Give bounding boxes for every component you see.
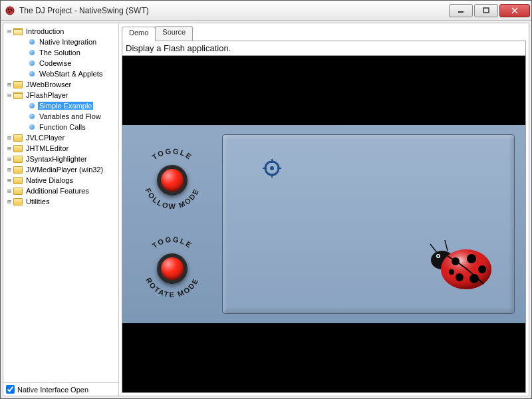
button-top-text: TOGGLE — [150, 146, 194, 161]
tree-item-label: Utilities — [25, 198, 51, 205]
tree-item[interactable]: Variables and Flow — [3, 111, 118, 122]
folder-icon — [13, 198, 23, 205]
svg-point-1 — [8, 8, 9, 9]
svg-point-25 — [456, 273, 464, 281]
letterbox-bottom — [122, 323, 525, 392]
tree-item[interactable]: Simple Example — [3, 100, 118, 111]
content-pane: ⊟IntroductionNative IntegrationThe Solut… — [3, 23, 529, 396]
svg-point-23 — [478, 265, 486, 273]
tab-source[interactable]: Source — [155, 26, 193, 41]
tree-item-label: Native Dialogs — [25, 176, 74, 184]
bullet-icon — [29, 50, 35, 55]
svg-point-18 — [438, 255, 440, 257]
tree-item[interactable]: ⊟Introduction — [3, 26, 118, 37]
bullet-icon — [29, 124, 35, 130]
expander-icon[interactable]: ⊞ — [6, 166, 13, 173]
tab-demo[interactable]: Demo — [122, 27, 156, 41]
svg-point-9 — [270, 166, 274, 170]
tree-item-label: Simple Example — [38, 102, 93, 110]
main-panel: DemoSource Display a Flash application. … — [119, 23, 529, 396]
tree-item[interactable]: ⊞Utilities — [3, 196, 118, 207]
expander-icon[interactable]: ⊞ — [6, 81, 13, 88]
tree-item[interactable]: ⊞JWMediaPlayer (win32) — [3, 164, 118, 175]
close-button[interactable] — [499, 4, 530, 17]
tree-item-label: Introduction — [25, 27, 65, 35]
titlebar: The DJ Project - NativeSwing (SWT) — [1, 1, 531, 21]
folder-icon — [13, 134, 23, 142]
folder-icon — [13, 81, 23, 88]
expander-icon[interactable]: ⊟ — [6, 92, 13, 98]
tree-item[interactable]: ⊞JVLCPlayer — [3, 132, 118, 143]
tree-item[interactable]: ⊞Native Dialogs — [3, 175, 118, 186]
expander-icon[interactable]: ⊞ — [6, 198, 13, 205]
app-window: The DJ Project - NativeSwing (SWT) ⊟Intr… — [0, 0, 532, 399]
tree-item[interactable]: WebStart & Applets — [3, 68, 118, 79]
tree-item-label: JHTMLEditor — [25, 144, 70, 152]
tree-item[interactable]: ⊟JFlashPlayer — [3, 90, 118, 100]
expander-icon[interactable]: ⊞ — [6, 156, 13, 162]
svg-point-24 — [469, 274, 479, 283]
tree-item-label: The Solution — [38, 49, 82, 57]
tree-item-label: JSyntaxHighlighter — [25, 155, 88, 163]
tree-item[interactable]: ⊞JWebBrowser — [3, 79, 118, 90]
svg-point-2 — [11, 9, 12, 10]
bullet-icon — [29, 103, 35, 108]
expander-icon[interactable]: ⊞ — [6, 188, 13, 194]
native-interface-checkbox[interactable] — [6, 385, 15, 394]
description-text: Display a Flash application. — [122, 41, 526, 56]
sidebar: ⊟IntroductionNative IntegrationThe Solut… — [3, 23, 119, 396]
native-interface-label: Native Interface Open — [17, 386, 88, 394]
control-column: TOGGLEFOLLOW MODETOGGLEROTATE MODE — [122, 125, 222, 323]
tree-item-label: JWebBrowser — [25, 80, 72, 88]
tab-bar: DemoSource — [122, 26, 526, 41]
bullet-icon — [29, 114, 35, 119]
folder-icon — [13, 177, 23, 184]
bullet-icon — [29, 71, 35, 76]
tree-item-label: Function Calls — [38, 123, 87, 131]
nav-tree[interactable]: ⊟IntroductionNative IntegrationThe Solut… — [3, 23, 118, 382]
tree-item-label: JFlashPlayer — [25, 91, 70, 99]
svg-point-26 — [449, 269, 454, 275]
svg-point-22 — [467, 254, 476, 263]
tree-item-label: JWMediaPlayer (win32) — [25, 166, 104, 174]
app-icon — [5, 5, 15, 16]
minimize-button[interactable] — [449, 4, 473, 17]
expander-icon[interactable]: ⊟ — [6, 28, 13, 35]
tree-item-label: Codewise — [38, 59, 72, 67]
status-row: Native Interface Open — [3, 382, 118, 396]
tree-item[interactable]: ⊞JSyntaxHighlighter — [3, 154, 118, 164]
expander-icon[interactable]: ⊞ — [6, 145, 13, 152]
maximize-button[interactable] — [474, 4, 498, 17]
tree-item[interactable]: Codewise — [3, 58, 118, 68]
tree-item-label: Additional Features — [25, 187, 90, 195]
flash-stage: TOGGLEFOLLOW MODETOGGLEROTATE MODE — [122, 125, 525, 323]
play-area[interactable] — [222, 134, 515, 314]
folder-icon — [13, 145, 23, 152]
toggle-follow-mode-button-wrap: TOGGLEFOLLOW MODE — [136, 144, 209, 217]
bullet-icon — [29, 61, 35, 66]
folder-icon — [13, 188, 23, 195]
tree-item-label: WebStart & Applets — [38, 70, 104, 78]
tree-item-label: Variables and Flow — [38, 112, 102, 120]
button-top-text: TOGGLE — [150, 235, 194, 249]
tree-item[interactable]: Native Integration — [3, 37, 118, 47]
tree-item[interactable]: The Solution — [3, 47, 118, 58]
folder-icon — [13, 156, 23, 163]
tree-item-label: JVLCPlayer — [25, 134, 66, 142]
folder-icon — [13, 92, 23, 99]
svg-rect-5 — [483, 8, 489, 13]
tree-item[interactable]: ⊞Additional Features — [3, 186, 118, 196]
svg-line-15 — [445, 240, 448, 251]
window-title: The DJ Project - NativeSwing (SWT) — [19, 6, 448, 15]
button-bottom-text: FOLLOW MODE — [144, 187, 200, 210]
expander-icon[interactable]: ⊞ — [6, 134, 13, 141]
flash-viewport: TOGGLEFOLLOW MODETOGGLEROTATE MODE — [122, 56, 526, 393]
bullet-icon — [29, 39, 35, 45]
target-icon — [263, 159, 281, 178]
tree-item[interactable]: ⊞JHTMLEditor — [3, 143, 118, 154]
svg-point-21 — [452, 257, 460, 265]
expander-icon[interactable]: ⊞ — [6, 177, 13, 184]
ladybug-icon — [428, 240, 494, 291]
tree-item[interactable]: Function Calls — [3, 122, 118, 132]
toggle-rotate-mode-button-wrap: TOGGLEROTATE MODE — [136, 232, 209, 305]
